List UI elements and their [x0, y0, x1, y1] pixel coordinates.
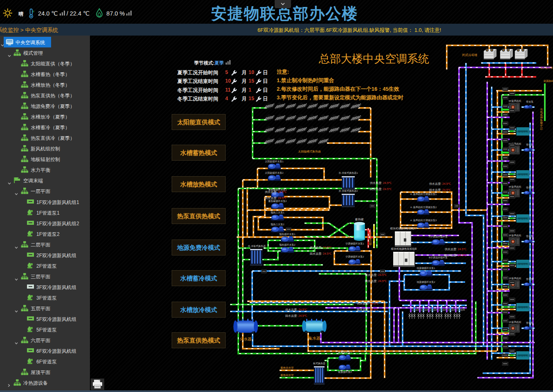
svg-text:24.5℃: 24.5℃	[278, 190, 287, 193]
svg-text:供水温度:: 供水温度:	[285, 308, 298, 311]
svg-text:3F地板辐射模块: 3F地板辐射模块	[513, 263, 531, 266]
svg-text:冷凝器#2: 冷凝器#2	[421, 309, 429, 311]
svg-text:太阳能循环水泵2: 太阳能循环水泵2	[265, 172, 284, 175]
svg-text:分水器: 分水器	[240, 337, 252, 341]
svg-text:4F新风机组: 4F新风机组	[508, 185, 521, 188]
svg-text:蓄热供水管: 蓄热供水管	[280, 366, 294, 370]
svg-text:24.5℃: 24.5℃	[378, 273, 387, 276]
svg-text:管道泵: 管道泵	[526, 143, 533, 146]
svg-text:1F地板辐射模块: 1F地板辐射模块	[513, 354, 531, 357]
svg-text:24.5℃: 24.5℃	[323, 252, 332, 255]
svg-text:A. 新风机组空调侧水泵3: A. 新风机组空调侧水泵3	[410, 219, 437, 222]
svg-text:冷凝器#3: 冷凝器#3	[430, 309, 438, 311]
svg-text:蓄热罐循环水泵2: 蓄热罐循环水泵2	[268, 200, 287, 203]
svg-text:水-水板式换热器: 水-水板式换热器	[248, 245, 266, 248]
svg-text:2F地板辐射模块: 2F地板辐射模块	[513, 306, 531, 309]
svg-text:管道泵: 管道泵	[526, 278, 533, 281]
svg-text:4F地板辐射模块: 4F地板辐射模块	[513, 217, 531, 220]
svg-text:冷凝器#5: 冷凝器#5	[448, 309, 456, 311]
svg-text:稳压罐补水: 稳压罐补水	[369, 232, 372, 245]
svg-text:地源侧循环水泵2: 地源侧循环水泵2	[416, 280, 435, 284]
svg-text:冷凝器#4: 冷凝器#4	[439, 309, 447, 311]
svg-text:供水温度:: 供水温度:	[357, 302, 369, 305]
svg-text:A. 新风机组空调侧水泵2: A. 新风机组空调侧水泵2	[410, 206, 437, 209]
svg-text:回水温度:: 回水温度:	[265, 197, 277, 200]
svg-text:2F新风机组: 2F新风机组	[508, 277, 521, 280]
svg-text:24.5℃: 24.5℃	[278, 197, 287, 199]
svg-text:供水温度:: 供水温度:	[445, 248, 457, 251]
svg-text:回水温度:: 回水温度:	[365, 280, 377, 283]
svg-text:水-水板式换热器2: 水-水板式换热器2	[338, 190, 358, 193]
svg-text:接入室外管网: 接入室外管网	[540, 66, 553, 69]
svg-text:24.5℃: 24.5℃	[383, 181, 392, 184]
svg-text:24.5℃: 24.5℃	[442, 182, 451, 185]
svg-text:管道泵: 管道泵	[526, 186, 533, 189]
svg-text:回水温度:: 回水温度:	[285, 314, 298, 318]
svg-text:模块式地源热泵机组A: 模块式地源热泵机组A	[390, 227, 416, 230]
svg-text:预热二次泵1: 预热二次泵1	[271, 211, 284, 214]
svg-text:板换循环泵1: 板换循环泵1	[338, 351, 352, 354]
svg-text:24.5℃: 24.5℃	[370, 302, 379, 305]
svg-text:1F新风机组: 1F新风机组	[508, 320, 521, 323]
svg-text:集水器: 集水器	[308, 336, 320, 340]
svg-text:供水温度:: 供水温度:	[310, 246, 322, 249]
svg-text:3F新风机组: 3F新风机组	[508, 234, 521, 237]
svg-text:水-水板式换热器1: 水-水板式换热器1	[338, 172, 358, 175]
svg-text:24.5℃: 24.5℃	[383, 188, 392, 190]
svg-text:24.5℃: 24.5℃	[298, 308, 307, 311]
svg-text:供水温度:: 供水温度:	[365, 273, 377, 277]
svg-text:5F地板辐射模块: 5F地板辐射模块	[513, 173, 531, 176]
svg-text:空调侧循环水泵1: 空调侧循环水泵1	[345, 242, 364, 245]
svg-text:预热二次泵2: 预热二次泵2	[271, 223, 284, 226]
svg-text:6F新风机组: 6F新风机组	[508, 99, 521, 102]
svg-text:板换循环泵2: 板换循环泵2	[338, 371, 352, 374]
svg-text:预热循环水泵1: 预热循环水泵1	[279, 233, 296, 236]
svg-text:24.5℃: 24.5℃	[442, 188, 451, 191]
svg-text:管道泵: 管道泵	[526, 321, 533, 325]
svg-text:冷凝器#1: 冷凝器#1	[412, 309, 420, 311]
svg-text:回水温度:: 回水温度:	[445, 254, 457, 257]
svg-text:蓄热回水管: 蓄热回水管	[280, 374, 294, 377]
svg-text:闭式冷却塔: 闭式冷却塔	[462, 53, 478, 57]
svg-text:地源侧循环水泵1: 地源侧循环水泵1	[416, 267, 435, 270]
svg-text:冷凝器#6: 冷凝器#6	[457, 309, 465, 311]
svg-text:24.5℃: 24.5℃	[458, 254, 467, 257]
svg-text:预热循环水泵2: 预热循环水泵2	[279, 243, 296, 246]
svg-text:01号楼6F新风供冷: 01号楼6F新风供冷	[540, 108, 543, 130]
svg-text:24.5℃: 24.5℃	[323, 246, 332, 249]
svg-text:6F地板辐射模块: 6F地板辐射模块	[513, 130, 531, 133]
svg-text:24.5℃: 24.5℃	[458, 248, 467, 251]
svg-text:太阳能循环水泵1: 太阳能循环水泵1	[265, 160, 284, 163]
svg-text:24.5℃: 24.5℃	[298, 314, 307, 317]
svg-text:管道泵: 管道泵	[526, 235, 533, 238]
svg-text:回水温度:: 回水温度:	[310, 252, 322, 255]
svg-text:A. 新风机组空调侧水泵1: A. 新风机组空调侧水泵1	[410, 193, 437, 196]
svg-text:空调侧循环水泵2: 空调侧循环水泵2	[345, 255, 364, 258]
svg-text:供水温度:: 供水温度:	[265, 190, 277, 194]
svg-text:24.5℃: 24.5℃	[370, 308, 379, 311]
svg-text:管道泵: 管道泵	[526, 100, 533, 103]
svg-text:太阳能槽式集热器: 太阳能槽式集热器	[298, 150, 321, 153]
svg-text:蓄热罐: 蓄热罐	[355, 218, 364, 221]
svg-text:板式换热器: 板式换热器	[313, 362, 325, 365]
svg-text:供水温度:: 供水温度:	[370, 181, 382, 185]
svg-text:24.5℃: 24.5℃	[378, 280, 387, 282]
svg-text:回水温度:: 回水温度:	[429, 188, 441, 192]
svg-text:回水温度:: 回水温度:	[357, 308, 369, 311]
svg-text:能源路由器: 能源路由器	[544, 79, 553, 83]
svg-text:供水温度:: 供水温度:	[429, 182, 441, 186]
svg-text:模块式地源热泵机组B: 模块式地源热泵机组B	[391, 247, 417, 251]
svg-text:回水温度:: 回水温度:	[370, 188, 382, 191]
svg-text:A空调温控循环泵: A空调温控循环泵	[429, 235, 448, 238]
